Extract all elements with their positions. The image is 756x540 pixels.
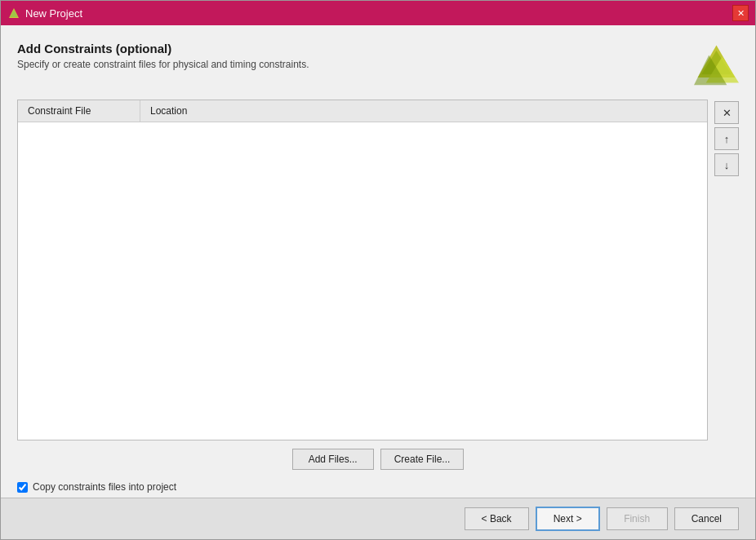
add-files-button[interactable]: Add Files... [292, 449, 374, 470]
back-button[interactable]: < Back [465, 507, 529, 530]
bottom-section: Add Files... Create File... Copy constra… [17, 440, 739, 498]
col-location: Location [140, 100, 197, 122]
close-button[interactable]: ✕ [732, 5, 749, 21]
main-section: Constraint File Location ✕ ↑ ↓ [17, 100, 739, 440]
page-title: Add Constraints (optional) [17, 42, 694, 55]
table-container: Constraint File Location [17, 100, 708, 440]
cancel-button[interactable]: Cancel [674, 507, 739, 530]
app-logo [694, 42, 739, 86]
copy-constraints-label: Copy constraints files into project [33, 481, 176, 493]
header-section: Add Constraints (optional) Specify or cr… [17, 42, 739, 86]
main-window: New Project ✕ Add Constraints (optional)… [0, 0, 756, 540]
title-bar: New Project ✕ [1, 1, 755, 25]
file-buttons: Add Files... Create File... [17, 449, 739, 470]
window-title: New Project [25, 7, 82, 20]
copy-constraints-checkbox[interactable] [17, 482, 28, 493]
move-up-button[interactable]: ↑ [714, 127, 739, 150]
page-subtitle: Specify or create constraint files for p… [17, 59, 694, 70]
create-file-button[interactable]: Create File... [380, 449, 465, 470]
table-header: Constraint File Location [18, 100, 707, 122]
content-area: Add Constraints (optional) Specify or cr… [1, 25, 755, 498]
app-icon [7, 7, 20, 20]
footer-bar: < Back Next > Finish Cancel [1, 498, 755, 539]
col-constraint-file: Constraint File [18, 100, 140, 122]
remove-button[interactable]: ✕ [714, 101, 739, 124]
table-body [18, 122, 707, 440]
next-button[interactable]: Next > [536, 507, 600, 531]
svg-marker-1 [10, 10, 18, 17]
finish-button[interactable]: Finish [607, 507, 668, 530]
side-buttons: ✕ ↑ ↓ [714, 100, 739, 440]
header-text: Add Constraints (optional) Specify or cr… [17, 42, 694, 70]
title-bar-left: New Project [7, 7, 82, 20]
move-down-button[interactable]: ↓ [714, 153, 739, 176]
checkbox-row: Copy constraints files into project [17, 476, 739, 498]
